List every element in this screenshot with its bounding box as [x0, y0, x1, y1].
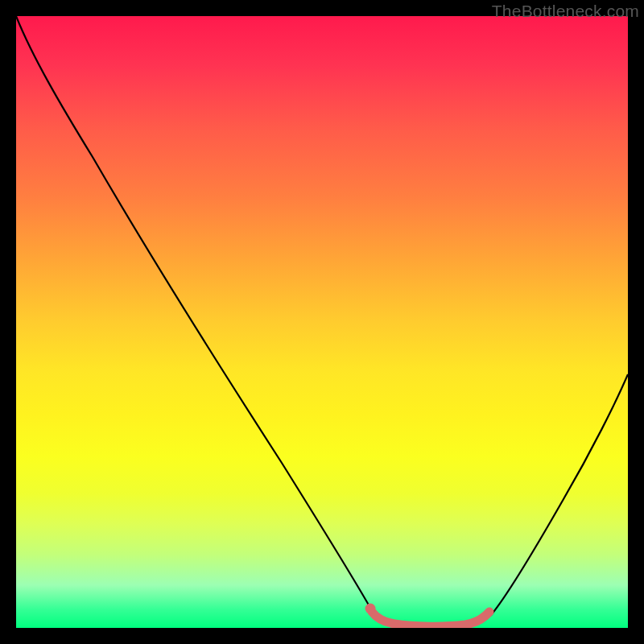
- watermark-text: TheBottleneck.com: [492, 2, 639, 21]
- chart-svg: [16, 16, 628, 628]
- chart-frame: TheBottleneck.com: [0, 0, 644, 644]
- bottleneck-curve: [16, 16, 628, 627]
- plot-area: [16, 16, 628, 628]
- optimal-point-marker: [365, 604, 376, 614]
- optimal-range-marker: [372, 612, 489, 626]
